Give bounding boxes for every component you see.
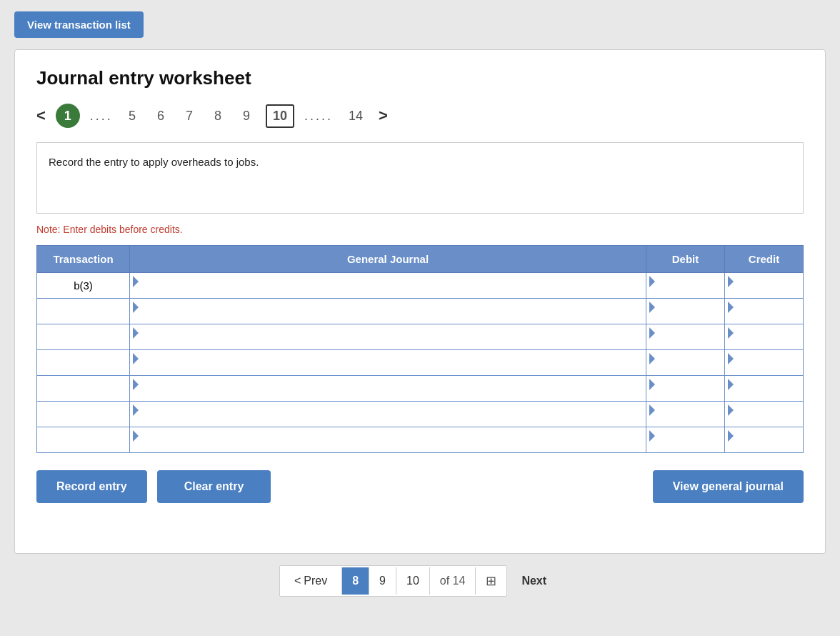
col-header-debit: Debit (646, 246, 725, 273)
page-10[interactable]: 10 (266, 104, 294, 128)
input-debit-4[interactable] (646, 350, 724, 375)
prev-nav-arrow[interactable]: < (36, 106, 46, 125)
input-journal-2[interactable] (130, 299, 646, 324)
cell-credit-6[interactable] (725, 402, 804, 427)
cell-journal-7[interactable] (130, 427, 646, 453)
cell-marker-debit-1 (649, 276, 655, 287)
prev-label: Prev (304, 575, 327, 587)
page-8[interactable]: 8 (209, 106, 227, 126)
bottom-page-10[interactable]: 10 (396, 567, 430, 595)
page-1[interactable]: 1 (56, 104, 80, 128)
cell-credit-7[interactable] (725, 427, 804, 453)
bottom-prev-button[interactable]: < Prev (280, 567, 342, 595)
cell-transaction-5 (37, 376, 130, 402)
page-5[interactable]: 5 (123, 106, 141, 126)
cell-marker-credit-3 (728, 327, 734, 339)
cell-journal-3[interactable] (130, 324, 646, 350)
record-entry-button[interactable]: Record entry (36, 470, 147, 503)
table-row (37, 427, 804, 453)
bottom-next-button[interactable]: Next (507, 567, 561, 595)
input-journal-5[interactable] (130, 376, 646, 401)
cell-debit-5[interactable] (646, 376, 725, 402)
bottom-page-9[interactable]: 9 (369, 567, 396, 595)
cell-marker-credit-7 (728, 430, 734, 442)
input-debit-6[interactable] (646, 402, 724, 427)
top-bar: View transaction list (0, 0, 840, 49)
input-journal-4[interactable] (130, 350, 646, 375)
next-nav-arrow[interactable]: > (379, 106, 388, 125)
page-14[interactable]: 14 (343, 106, 369, 126)
cell-transaction-3 (37, 324, 130, 350)
action-buttons: Record entry Clear entry View general jo… (36, 470, 804, 503)
cell-marker-journal-4 (133, 353, 139, 364)
clear-entry-button[interactable]: Clear entry (157, 470, 271, 503)
table-row (37, 299, 804, 324)
input-credit-4[interactable] (725, 350, 803, 375)
cell-debit-3[interactable] (646, 324, 725, 350)
cell-credit-1[interactable] (725, 273, 804, 299)
cell-transaction-4 (37, 350, 130, 376)
cell-credit-4[interactable] (725, 350, 804, 376)
input-debit-5[interactable] (646, 376, 724, 401)
page-6[interactable]: 6 (151, 106, 170, 126)
cell-journal-2[interactable] (130, 299, 646, 324)
table-row (37, 324, 804, 350)
input-journal-3[interactable] (130, 324, 646, 349)
input-credit-7[interactable] (725, 427, 803, 452)
input-debit-1[interactable] (646, 273, 724, 298)
cell-marker-debit-6 (649, 404, 655, 416)
cell-credit-3[interactable] (725, 324, 804, 350)
cell-marker-debit-2 (649, 302, 655, 313)
input-credit-2[interactable] (725, 299, 803, 324)
input-journal-7[interactable] (130, 427, 646, 452)
cell-marker-journal-6 (133, 404, 139, 416)
grid-icon[interactable]: ⊞ (476, 566, 506, 596)
page-7[interactable]: 7 (180, 106, 199, 126)
view-general-journal-button[interactable]: View general journal (653, 470, 804, 503)
main-container: Journal entry worksheet < 1 .... 5 6 7 8… (14, 49, 826, 554)
input-credit-3[interactable] (725, 324, 803, 349)
bottom-page-8[interactable]: 8 (342, 567, 369, 595)
cell-transaction-7 (37, 427, 130, 453)
col-header-credit: Credit (725, 246, 804, 273)
cell-marker-journal-3 (133, 327, 139, 339)
cell-debit-7[interactable] (646, 427, 725, 453)
view-transaction-button[interactable]: View transaction list (14, 11, 144, 38)
cell-credit-5[interactable] (725, 376, 804, 402)
prev-arrow-icon: < (294, 575, 301, 587)
input-credit-1[interactable] (725, 273, 803, 298)
cell-marker-credit-1 (728, 276, 734, 287)
cell-marker-credit-5 (728, 379, 734, 390)
cell-transaction-6 (37, 402, 130, 427)
cell-marker-credit-4 (728, 353, 734, 364)
input-credit-5[interactable] (725, 376, 803, 401)
cell-debit-2[interactable] (646, 299, 725, 324)
cell-journal-4[interactable] (130, 350, 646, 376)
cell-journal-6[interactable] (130, 402, 646, 427)
input-journal-6[interactable] (130, 402, 646, 427)
dots-2: ..... (304, 109, 333, 124)
cell-marker-journal-1 (133, 276, 139, 287)
input-credit-6[interactable] (725, 402, 803, 427)
input-journal-1[interactable] (130, 273, 646, 298)
input-debit-3[interactable] (646, 324, 724, 349)
nav-wrapper: < Prev 8 9 10 of 14 ⊞ (279, 565, 507, 597)
journal-table: Transaction General Journal Debit Credit… (36, 245, 804, 453)
input-debit-2[interactable] (646, 299, 724, 324)
pagination-nav: < 1 .... 5 6 7 8 9 10 ..... 14 > (36, 104, 804, 128)
cell-journal-5[interactable] (130, 376, 646, 402)
input-debit-7[interactable] (646, 427, 724, 452)
cell-marker-debit-7 (649, 430, 655, 442)
cell-journal-1[interactable] (130, 273, 646, 299)
worksheet-title: Journal entry worksheet (36, 67, 804, 89)
page-9[interactable]: 9 (237, 106, 256, 126)
cell-debit-4[interactable] (646, 350, 725, 376)
table-row (37, 402, 804, 427)
cell-transaction-2 (37, 299, 130, 324)
cell-debit-1[interactable] (646, 273, 725, 299)
table-row: b(3) (37, 273, 804, 299)
instruction-box: Record the entry to apply overheads to j… (36, 142, 804, 214)
cell-credit-2[interactable] (725, 299, 804, 324)
cell-debit-6[interactable] (646, 402, 725, 427)
cell-transaction-1: b(3) (37, 273, 130, 299)
